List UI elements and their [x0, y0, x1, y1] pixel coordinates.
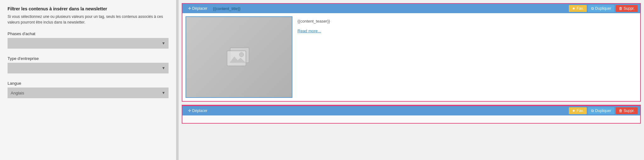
- block1-content-area: {{content_teaser}} Read more...: [182, 13, 640, 101]
- content-teaser: {{content_teaser}}: [297, 19, 637, 24]
- block1-title-template: {{content_title}}: [213, 6, 240, 11]
- block1-text-content: {{content_teaser}} Read more...: [297, 16, 637, 98]
- panel-divider[interactable]: [176, 0, 179, 160]
- phases-select-wrapper: ▼: [8, 38, 169, 49]
- block1-toolbar-right: ★ Fav. ⧉ Dupliquer 🗑 Suppr.: [569, 5, 638, 12]
- filter-description: Si vous sélectionnez une ou plusieurs va…: [8, 14, 169, 25]
- block2-toolbar: ✛ Déplacer ★ Fav. ⧉ Dupliquer 🗑 Suppr.: [182, 105, 640, 115]
- langue-select[interactable]: Anglais: [8, 88, 169, 98]
- left-panel: Filtrer les contenus à insérer dans la n…: [0, 0, 176, 160]
- langue-select-wrapper: Anglais ▼: [8, 88, 169, 98]
- read-more-link[interactable]: Read more...: [297, 29, 321, 33]
- right-panel: ✛ Déplacer {{content_title}} ★ Fav. ⧉ Du…: [179, 0, 644, 160]
- block1-toolbar: ✛ Déplacer {{content_title}} ★ Fav. ⧉ Du…: [182, 4, 640, 13]
- block2-suppr-button[interactable]: 🗑 Suppr.: [616, 107, 638, 114]
- block1-suppr-button[interactable]: 🗑 Suppr.: [616, 5, 638, 12]
- type-label: Type d'entreprise: [8, 56, 169, 61]
- image-icon-wrap: [223, 45, 255, 70]
- type-select-wrapper: ▼: [8, 63, 169, 73]
- block1-move-button[interactable]: ✛ Déplacer: [185, 5, 210, 12]
- langue-label: Langue: [8, 81, 169, 86]
- image-placeholder-icon: [223, 45, 255, 70]
- filter-title: Filtrer les contenus à insérer dans la n…: [8, 6, 169, 11]
- content-block-2: ✛ Déplacer ★ Fav. ⧉ Dupliquer 🗑 Suppr.: [182, 105, 641, 124]
- phases-select[interactable]: [8, 38, 169, 49]
- type-select[interactable]: [8, 63, 169, 73]
- svg-point-2: [239, 52, 244, 57]
- block2-move-button[interactable]: ✛ Déplacer: [185, 108, 210, 114]
- block1-dupliquer-button[interactable]: ⧉ Dupliquer: [588, 5, 614, 12]
- content-block-1: ✛ Déplacer {{content_title}} ★ Fav. ⧉ Du…: [182, 3, 641, 102]
- block2-fav-button[interactable]: ★ Fav.: [569, 107, 587, 114]
- block1-image-placeholder: [186, 16, 292, 98]
- block2-toolbar-right: ★ Fav. ⧉ Dupliquer 🗑 Suppr.: [569, 107, 638, 114]
- block1-fav-button[interactable]: ★ Fav.: [569, 5, 587, 12]
- block2-dupliquer-button[interactable]: ⧉ Dupliquer: [588, 107, 614, 114]
- phases-label: Phases d'achat: [8, 31, 169, 36]
